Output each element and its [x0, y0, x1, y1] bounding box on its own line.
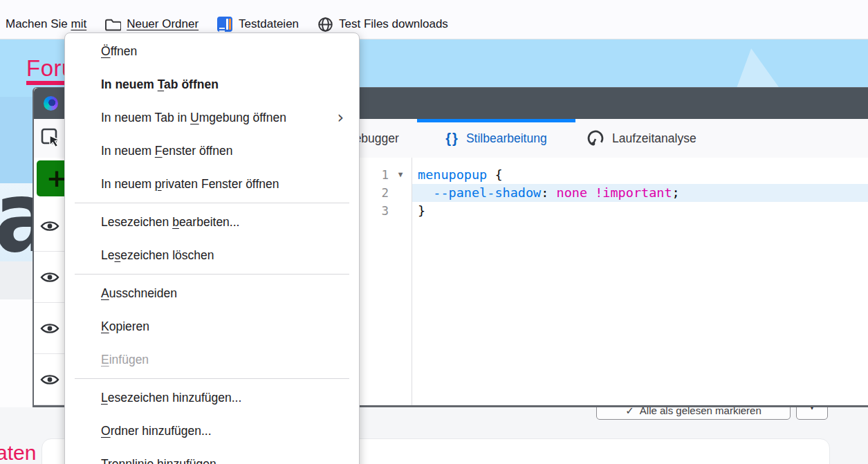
- code-line[interactable]: 3}: [361, 202, 868, 220]
- menu-separator: [75, 274, 349, 275]
- menu-item-kopieren[interactable]: Kopieren: [65, 310, 359, 343]
- menu-item-öffnen[interactable]: Öffnen: [65, 35, 359, 68]
- menu-separator: [75, 203, 349, 203]
- testfiles-favicon: [217, 17, 232, 32]
- menu-item-trennlinie-hinzufügen[interactable]: Trennlinie hinzufügen: [65, 447, 359, 464]
- code-fold-arrow-icon[interactable]: ▼: [389, 166, 412, 184]
- bookmark-item-machen-sie-mit[interactable]: Machen Sie mit: [6, 17, 86, 31]
- submenu-chevron-icon: ›: [337, 109, 344, 126]
- menu-separator: [75, 378, 349, 379]
- folder-icon: [104, 17, 121, 32]
- code-text: }: [412, 202, 425, 220]
- tab-laufzeitanalyse-label: Laufzeitanalyse: [612, 131, 696, 146]
- code-line[interactable]: 2 --panel-shadow: none !important;: [361, 184, 868, 202]
- node-picker-button[interactable]: [38, 125, 64, 151]
- braces-icon: {}: [445, 131, 459, 147]
- globe-icon: [317, 17, 333, 33]
- menu-item-ausschneiden[interactable]: Ausschneiden: [65, 277, 359, 310]
- bookmark-item-testdateien[interactable]: Testdateien: [216, 16, 299, 33]
- code-line[interactable]: 1▼menupopup {: [361, 166, 868, 184]
- tab-stilbearbeitung-label: Stilbearbeitung: [466, 131, 547, 146]
- menu-item-lesezeichen-löschen[interactable]: Lesezeichen löschen: [65, 239, 359, 272]
- menu-item-in-neuem-privaten-fenster-öffnen[interactable]: In neuem privaten Fenster öffnen: [65, 167, 359, 201]
- css-source-editor[interactable]: 1▼menupopup {2 --panel-shadow: none !imp…: [361, 166, 868, 220]
- page-section-white: [0, 299, 33, 407]
- menu-item-lesezeichen-hinzufügen[interactable]: Lesezeichen hinzufügen...: [65, 381, 359, 414]
- menu-item-in-neuem-tab-öffnen[interactable]: In neuem Tab öffnen: [65, 68, 359, 101]
- visibility-eye-icon[interactable]: [40, 373, 59, 387]
- code-fold-arrow-icon: [389, 184, 412, 202]
- code-text: --panel-shadow: none !important;: [412, 184, 680, 202]
- visibility-eye-icon[interactable]: [40, 322, 59, 335]
- menu-item-einfügen: Einfügen: [65, 343, 359, 376]
- page-bottom-heading: aten: [0, 441, 36, 464]
- bookmark-item-neuer-ordner[interactable]: Neuer Ordner: [104, 16, 198, 33]
- firefox-nightly-icon: [44, 96, 58, 111]
- visibility-eye-icon[interactable]: [40, 270, 59, 284]
- active-tab-indicator: [417, 119, 575, 122]
- menu-item-in-neuem-tab-in-umgebung-öffnen[interactable]: In neuem Tab in Umgebung öffnen›: [65, 101, 359, 134]
- tab-laufzeitanalyse[interactable]: Laufzeitanalyse: [586, 119, 696, 158]
- menu-item-ordner-hinzufügen[interactable]: Ordner hinzufügen...: [65, 414, 359, 447]
- bookmark-context-menu: ÖffnenIn neuem Tab öffnenIn neuem Tab in…: [64, 33, 360, 464]
- gauge-icon: [586, 129, 605, 148]
- line-number: 3: [361, 202, 389, 220]
- node-picker-icon: [39, 127, 63, 150]
- code-text: menupopup {: [412, 166, 503, 184]
- bookmark-item-test-files-downloads[interactable]: Test Files downloads: [317, 16, 448, 33]
- visibility-eye-icon[interactable]: [40, 219, 59, 233]
- line-number: 2: [361, 184, 389, 202]
- menu-item-in-neuem-fenster-öffnen[interactable]: In neuem Fenster öffnen: [65, 134, 359, 167]
- menu-item-lesezeichen-bearbeiten[interactable]: Lesezeichen bearbeiten...: [65, 205, 359, 239]
- code-fold-arrow-icon: [389, 202, 412, 220]
- tab-stilbearbeitung[interactable]: {} Stilbearbeitung: [417, 119, 575, 158]
- line-number: 1: [361, 166, 389, 184]
